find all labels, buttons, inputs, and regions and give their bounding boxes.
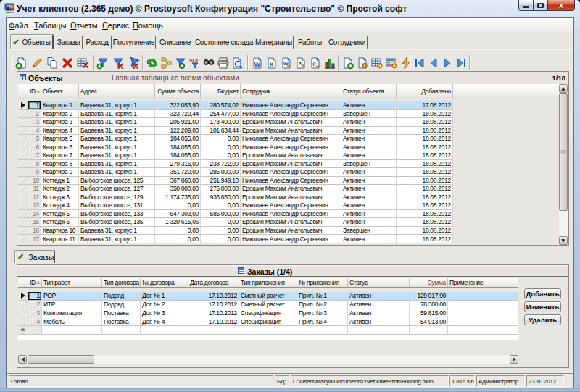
cell[interactable]: Ерошин Максим Анатольевич bbox=[241, 227, 341, 235]
chart-icon[interactable] bbox=[323, 57, 336, 70]
cell[interactable]: Коттедж 1 bbox=[41, 177, 79, 185]
cell[interactable]: Бадаева 31, корпус 1 bbox=[79, 118, 155, 127]
cell[interactable]: 18.08.2012 bbox=[397, 193, 453, 202]
scroll-right-button[interactable] bbox=[510, 355, 518, 364]
cell[interactable]: Николаев Александр Сергеевич bbox=[241, 235, 341, 243]
column-header-6[interactable]: Сотрудник bbox=[241, 84, 341, 99]
column-header-4[interactable]: № договора bbox=[141, 278, 188, 287]
cell[interactable]: Ерошин Максим Анатольевич bbox=[241, 151, 341, 160]
cell[interactable]: 0,00 bbox=[201, 227, 241, 235]
cell[interactable]: 0,00 bbox=[201, 235, 241, 243]
table-colors-icon[interactable] bbox=[385, 57, 398, 70]
cell[interactable] bbox=[102, 326, 141, 335]
cell[interactable]: Коттедж 5 bbox=[41, 210, 79, 219]
cell[interactable]: Дог. № 4 bbox=[141, 317, 188, 326]
table-settings-icon[interactable] bbox=[370, 57, 384, 70]
cell[interactable]: Николаев Александр Сергеевич bbox=[241, 101, 341, 110]
cell[interactable]: 6 bbox=[28, 143, 41, 152]
cell[interactable]: 4 bbox=[28, 317, 42, 326]
cell[interactable]: Бадаева 31, корпус 1 bbox=[79, 227, 155, 235]
cell[interactable]: Коттедж 3 bbox=[41, 193, 79, 202]
cell[interactable]: РОР bbox=[42, 292, 102, 301]
nav-last-icon[interactable] bbox=[455, 57, 465, 70]
menu-help[interactable]: Помощь bbox=[133, 21, 163, 30]
cell[interactable]: 8 bbox=[28, 160, 41, 169]
row-selector[interactable] bbox=[18, 227, 28, 235]
print-icon[interactable] bbox=[217, 57, 230, 70]
cell[interactable]: Активен bbox=[341, 168, 397, 177]
cell[interactable]: 101 634,44 bbox=[201, 127, 241, 135]
cell[interactable]: 0,00 bbox=[155, 201, 201, 210]
cell[interactable]: Бадаева 31, корпус 1 bbox=[79, 235, 155, 243]
cell[interactable] bbox=[188, 326, 239, 335]
row-selector[interactable] bbox=[18, 218, 28, 227]
table-row[interactable]: 2Квартира 2Бадаева 31, корпус 1323 720,4… bbox=[18, 110, 560, 119]
cell[interactable]: Выборгское шоссе, 133 bbox=[79, 210, 155, 219]
cell[interactable]: Квартира 10 bbox=[41, 227, 79, 235]
cell[interactable]: 184 055,00 bbox=[155, 143, 201, 152]
word-doc-icon[interactable]: W bbox=[251, 57, 264, 70]
cell[interactable]: 12 bbox=[28, 193, 41, 202]
table-row[interactable]: 4Квартира 4Бадаева 31, корпус 1122 209,0… bbox=[18, 127, 560, 135]
cell[interactable]: 14 bbox=[28, 210, 41, 219]
tab-receipt[interactable]: Поступление bbox=[112, 36, 156, 49]
filter-clear-icon[interactable] bbox=[112, 57, 125, 70]
cell[interactable]: 18.08.2012 bbox=[397, 201, 453, 210]
row-selector[interactable] bbox=[18, 135, 28, 143]
cell[interactable]: Прил. № 2 bbox=[297, 301, 348, 309]
column-header-1[interactable]: ID bbox=[28, 84, 41, 99]
cell[interactable]: Активен bbox=[341, 177, 397, 185]
cell[interactable]: 251 949,10 bbox=[201, 177, 241, 185]
cell[interactable] bbox=[448, 326, 518, 335]
cell[interactable]: Активен bbox=[341, 118, 397, 127]
tab-writeoff[interactable]: Списание bbox=[157, 36, 194, 49]
cell[interactable]: 122 209,00 bbox=[155, 127, 201, 135]
row-selector[interactable] bbox=[18, 127, 28, 135]
cell[interactable]: Активен bbox=[348, 301, 410, 309]
cell[interactable]: Подряд bbox=[102, 292, 141, 301]
cell[interactable]: 0,00 bbox=[201, 135, 241, 143]
preview-icon[interactable] bbox=[231, 57, 244, 70]
scroll-left-button[interactable] bbox=[18, 355, 27, 364]
table-row[interactable]: 9Квартира 9Бадаева 31, корпус 1351 720,0… bbox=[18, 168, 560, 177]
cell[interactable]: Квартира 6 bbox=[41, 143, 79, 152]
column-header-2[interactable]: Объект bbox=[41, 84, 79, 99]
cell[interactable]: Активен bbox=[341, 151, 397, 160]
row-selector[interactable] bbox=[18, 309, 28, 318]
cell[interactable] bbox=[239, 326, 297, 335]
cell[interactable]: Дог. № 2 bbox=[141, 301, 188, 309]
table-row[interactable]: 6Квартира 6Бадаева 31, корпус 1184 055,0… bbox=[18, 143, 560, 152]
cell[interactable]: Сметный расчет bbox=[239, 301, 297, 309]
cell[interactable]: 18.08.2012 bbox=[397, 185, 453, 193]
cell[interactable]: Квартира 9 bbox=[41, 168, 79, 177]
cell[interactable]: 129 017,90 bbox=[410, 292, 448, 301]
cell[interactable]: Бадаева 31, корпус 1 bbox=[79, 101, 155, 110]
row-selector[interactable] bbox=[18, 210, 28, 219]
row-selector[interactable] bbox=[18, 168, 28, 177]
minimize-button[interactable] bbox=[518, 0, 534, 11]
cell[interactable]: Николаев Александр Сергеевич bbox=[241, 143, 341, 152]
cell[interactable]: Николаев Александр Сергеевич bbox=[241, 177, 341, 185]
cell[interactable]: Бадаева 31, корпус 1 bbox=[79, 151, 155, 160]
cell[interactable]: Коттедж 2 bbox=[41, 185, 79, 193]
excel-doc-icon[interactable]: X bbox=[265, 57, 278, 70]
cell[interactable]: 18.08.2012 bbox=[397, 218, 453, 227]
cell[interactable]: 350 000,00 bbox=[155, 185, 201, 193]
cell[interactable] bbox=[448, 301, 518, 309]
cell[interactable]: Сметный расчет bbox=[239, 292, 297, 301]
cell[interactable]: 184 055,00 bbox=[155, 151, 201, 160]
menu-service[interactable]: Сервис bbox=[102, 21, 129, 30]
cell[interactable]: 18.08.2012 bbox=[397, 110, 453, 119]
scrollbar-thumb[interactable] bbox=[559, 93, 568, 211]
cell[interactable]: Квартира 1 bbox=[41, 101, 79, 110]
cell[interactable]: Поставка bbox=[102, 317, 141, 326]
cell[interactable]: 10 bbox=[28, 177, 41, 185]
cell[interactable]: 17.08.2012 bbox=[397, 101, 453, 110]
cell[interactable]: Квартира 3 bbox=[41, 118, 79, 127]
cell[interactable]: 0,00 bbox=[155, 235, 201, 243]
cell[interactable] bbox=[448, 292, 518, 301]
cell[interactable]: Комплектация bbox=[42, 309, 102, 318]
cell[interactable]: ИТР bbox=[42, 301, 102, 309]
cell[interactable]: Дог. № 1 bbox=[141, 292, 188, 301]
cell[interactable]: Квартира 8 bbox=[41, 160, 79, 169]
